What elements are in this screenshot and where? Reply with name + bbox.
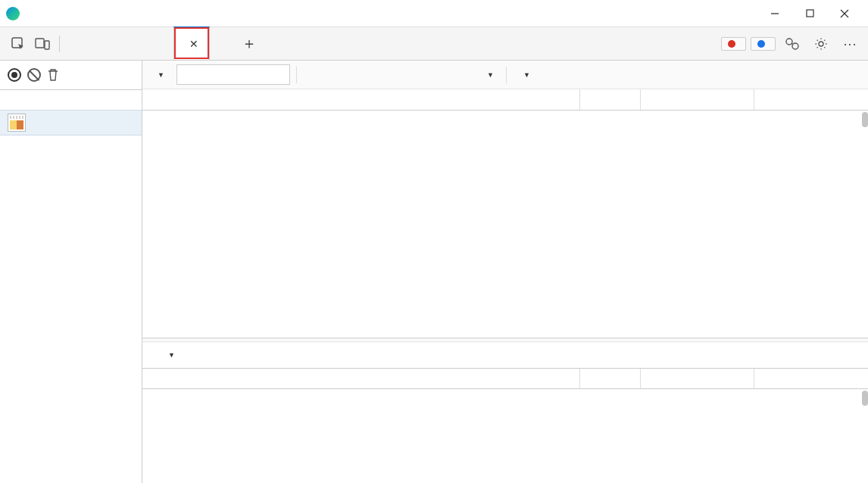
panel-tabs: ✕ ＋ — [67, 27, 267, 61]
tab-performance[interactable] — [152, 27, 173, 61]
profiles-sidebar — [0, 61, 142, 483]
svg-point-7 — [786, 39, 792, 45]
col-constructor[interactable] — [142, 89, 580, 110]
snapshot-icon — [8, 114, 26, 132]
retainers-header — [142, 368, 868, 389]
col-shallow[interactable] — [641, 89, 754, 110]
add-tab-button[interactable]: ＋ — [231, 27, 267, 61]
col-retained2[interactable] — [754, 369, 868, 388]
record-icon[interactable] — [8, 68, 21, 82]
inspect-element-icon[interactable] — [6, 32, 30, 56]
col-retained[interactable] — [754, 89, 868, 110]
issues-icon[interactable] — [780, 32, 804, 56]
col-object[interactable] — [142, 369, 580, 388]
settings-icon[interactable] — [809, 32, 833, 56]
device-toggle-icon[interactable] — [30, 32, 55, 56]
svg-rect-1 — [807, 10, 813, 17]
close-button[interactable] — [827, 2, 862, 26]
minimize-button[interactable] — [757, 2, 792, 26]
errors-badge[interactable] — [721, 37, 746, 51]
tab-sources[interactable] — [110, 27, 131, 61]
svg-rect-6 — [45, 41, 49, 49]
maximize-button[interactable] — [792, 2, 827, 26]
default-dropdown[interactable]: ▼ — [513, 68, 536, 82]
tab-network[interactable] — [131, 27, 152, 61]
filter-edges-dropdown[interactable]: ▼ — [158, 348, 181, 362]
svg-line-9 — [792, 43, 793, 45]
devtools-toolbar: ✕ ＋ ⋯ — [0, 27, 868, 61]
profiles-heading — [0, 89, 142, 102]
constructors-header — [142, 89, 868, 111]
more-icon[interactable]: ⋯ — [838, 32, 862, 56]
snapshot-item[interactable] — [0, 110, 142, 136]
filter-bar: ▼ ▼ ▼ — [142, 61, 868, 89]
col-distance[interactable] — [580, 89, 641, 110]
info-dot-icon — [757, 40, 765, 48]
scrollbar-thumb[interactable] — [862, 112, 868, 127]
delete-icon[interactable] — [47, 68, 59, 82]
retainers-toolbar: ▼ — [142, 342, 868, 368]
col-distance2[interactable] — [580, 369, 641, 388]
heap-snapshots-heading — [0, 102, 142, 110]
col-shallow2[interactable] — [641, 369, 754, 388]
svg-point-8 — [792, 43, 798, 49]
svg-rect-5 — [36, 39, 44, 48]
titlebar — [0, 0, 868, 27]
error-dot-icon — [728, 40, 735, 48]
tab-application[interactable] — [210, 27, 231, 61]
tab-elements[interactable] — [67, 27, 89, 61]
tab-memory[interactable]: ✕ — [173, 26, 210, 60]
tab-console[interactable] — [89, 27, 110, 61]
clear-icon[interactable] — [27, 68, 41, 82]
view-dropdown[interactable]: ▼ — [147, 68, 170, 82]
objects-dropdown[interactable]: ▼ — [303, 68, 500, 82]
scrollbar-thumb2[interactable] — [862, 391, 868, 406]
class-filter-input[interactable] — [176, 64, 290, 85]
edge-logo-icon — [6, 7, 20, 20]
info-badge[interactable] — [751, 37, 776, 51]
close-icon[interactable]: ✕ — [189, 38, 198, 50]
